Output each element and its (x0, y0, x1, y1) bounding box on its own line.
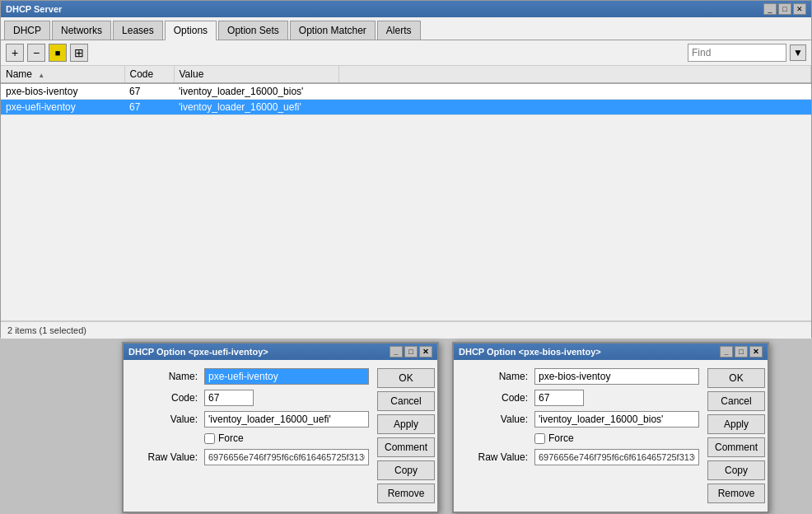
cell-code: 67 (124, 100, 174, 115)
tab-alerts[interactable]: Alerts (377, 21, 421, 40)
code-input[interactable] (204, 390, 254, 406)
title-bar: DHCP Server _ □ ✕ (1, 1, 811, 17)
dialog-uefi-maximize[interactable]: □ (404, 346, 418, 357)
cancel-button[interactable]: Cancel (707, 391, 765, 411)
raw-label: Raw Value: (132, 451, 198, 463)
app-title: DHCP Server (6, 4, 62, 14)
add-button[interactable]: + (6, 44, 24, 62)
tab-networks[interactable]: Networks (52, 21, 111, 40)
apply-button[interactable]: Apply (707, 414, 765, 434)
dialog-bios: DHCP Option <pxe-bios-iventoy> _ □ ✕ Nam… (452, 342, 769, 513)
cell-name: pxe-uefi-iventoy (1, 100, 124, 115)
name-row: Name: (462, 368, 699, 385)
remove-button[interactable]: Remove (707, 484, 765, 503)
minimize-button[interactable]: _ (763, 3, 777, 15)
tab-bar: DHCP Networks Leases Options Option Sets… (1, 17, 811, 40)
table-row[interactable]: pxe-bios-iventoy 67 'iventoy_loader_1600… (1, 83, 811, 100)
dialog-bios-title: DHCP Option <pxe-bios-iventoy> _ □ ✕ (454, 343, 768, 360)
dialog-uefi-controls: _ □ ✕ (390, 346, 432, 357)
dialog-bios-title-text: DHCP Option <pxe-bios-iventoy> (459, 347, 601, 357)
name-label: Name: (462, 371, 528, 382)
table-header-row: Name ▲ Code Value (1, 66, 811, 83)
cell-value: 'iventoy_loader_16000_uefi' (174, 100, 338, 115)
table-container: Name ▲ Code Value pxe-bios-iventoy 67 'i… (1, 66, 811, 321)
col-name[interactable]: Name ▲ (1, 66, 124, 83)
dialog-bios-buttons: OK Cancel Apply Comment Copy Remove (707, 368, 765, 503)
force-label: Force (218, 432, 244, 444)
force-checkbox[interactable] (204, 433, 215, 444)
name-input[interactable] (204, 368, 369, 385)
value-label: Value: (462, 414, 528, 425)
dialog-uefi-buttons: OK Cancel Apply Comment Copy Remove (377, 368, 435, 503)
dialog-uefi-form: Name: Code: Value: Force Raw Value: (132, 368, 369, 503)
value-input[interactable] (534, 411, 699, 428)
edit-button[interactable]: ■ (49, 44, 67, 62)
code-row: Code: (132, 390, 369, 406)
filter-button[interactable]: ⊞ (70, 44, 88, 62)
dialog-uefi-minimize[interactable]: _ (390, 346, 403, 357)
ok-button[interactable]: OK (707, 368, 765, 388)
tab-dhcp[interactable]: DHCP (4, 21, 50, 40)
dialog-uefi-title-text: DHCP Option <pxe-uefi-iventoy> (128, 347, 268, 357)
tab-options[interactable]: Options (165, 21, 217, 40)
code-row: Code: (462, 390, 699, 406)
value-row: Value: (462, 411, 699, 428)
tab-option-sets[interactable]: Option Sets (218, 21, 288, 40)
dialog-bios-form: Name: Code: Value: Force Raw Value: (462, 368, 699, 503)
cell-extra (338, 100, 811, 115)
raw-row: Raw Value: (462, 449, 699, 465)
force-row: Force (534, 432, 699, 444)
table-row[interactable]: pxe-uefi-iventoy 67 'iventoy_loader_1600… (1, 100, 811, 115)
col-code[interactable]: Code (124, 66, 174, 83)
code-input[interactable] (534, 390, 584, 406)
name-label: Name: (132, 371, 198, 382)
cell-extra (338, 83, 811, 100)
main-content: DHCP Networks Leases Options Option Sets… (1, 17, 811, 339)
copy-button[interactable]: Copy (377, 460, 435, 480)
col-extra (338, 66, 811, 83)
cell-value: 'iventoy_loader_16000_bios' (174, 83, 338, 100)
ok-button[interactable]: OK (377, 368, 435, 388)
maximize-button[interactable]: □ (778, 3, 791, 15)
comment-button[interactable]: Comment (377, 437, 435, 457)
dialog-uefi-body: Name: Code: Value: Force Raw Value: OK (124, 360, 437, 512)
search-dropdown-button[interactable]: ▼ (790, 44, 806, 61)
copy-button[interactable]: Copy (707, 460, 765, 480)
main-window: DHCP Server _ □ ✕ DHCP Networks Leases O… (0, 0, 812, 338)
value-row: Value: (132, 411, 369, 428)
apply-button[interactable]: Apply (377, 414, 435, 434)
status-bar: 2 items (1 selected) (1, 321, 811, 339)
status-text: 2 items (1 selected) (7, 325, 86, 335)
dialog-bios-body: Name: Code: Value: Force Raw Value: OK (454, 360, 768, 512)
force-row: Force (204, 432, 369, 444)
raw-input[interactable] (534, 449, 699, 465)
raw-label: Raw Value: (462, 451, 528, 463)
value-label: Value: (132, 414, 198, 425)
col-value[interactable]: Value (174, 66, 338, 83)
dialog-bios-controls: _ □ ✕ (720, 346, 763, 357)
code-label: Code: (132, 392, 198, 404)
options-table: Name ▲ Code Value pxe-bios-iventoy 67 'i… (1, 66, 811, 115)
dialog-bios-maximize[interactable]: □ (735, 346, 748, 357)
dialog-uefi: DHCP Option <pxe-uefi-iventoy> _ □ ✕ Nam… (122, 342, 439, 513)
tab-option-matcher[interactable]: Option Matcher (290, 21, 376, 40)
remove-button[interactable]: − (27, 44, 45, 62)
force-checkbox[interactable] (534, 433, 545, 444)
cancel-button[interactable]: Cancel (377, 391, 435, 411)
dialog-bios-close[interactable]: ✕ (749, 346, 763, 357)
dialog-uefi-close[interactable]: ✕ (419, 346, 432, 357)
tab-leases[interactable]: Leases (113, 21, 163, 40)
dialog-uefi-title: DHCP Option <pxe-uefi-iventoy> _ □ ✕ (124, 343, 437, 360)
raw-input[interactable] (204, 449, 369, 465)
toolbar: + − ■ ⊞ ▼ (1, 40, 811, 66)
cell-code: 67 (124, 83, 174, 100)
close-button[interactable]: ✕ (793, 3, 806, 15)
raw-row: Raw Value: (132, 449, 369, 465)
force-label: Force (548, 432, 574, 444)
comment-button[interactable]: Comment (707, 437, 765, 457)
value-input[interactable] (204, 411, 369, 428)
dialog-bios-minimize[interactable]: _ (720, 346, 733, 357)
remove-button[interactable]: Remove (377, 484, 435, 503)
name-input[interactable] (534, 368, 699, 385)
search-input[interactable] (688, 44, 786, 62)
